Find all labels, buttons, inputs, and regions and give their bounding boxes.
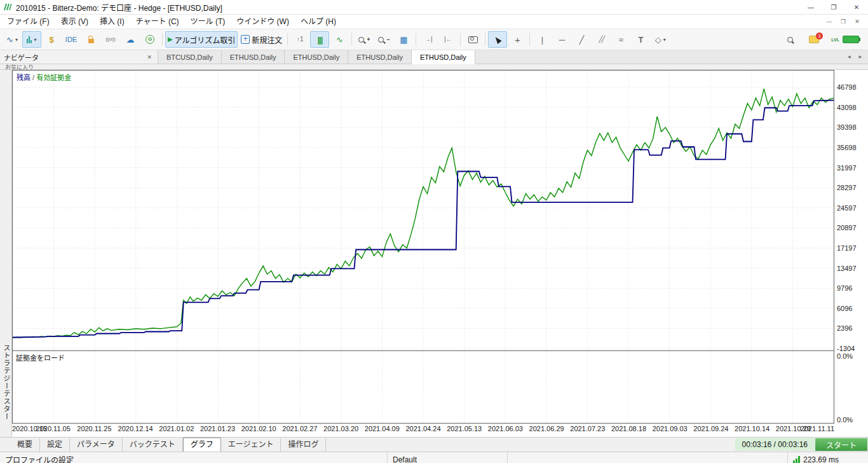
navigator-close-icon[interactable]: ✕ <box>145 54 154 60</box>
cloud-button[interactable]: ☁ <box>121 31 140 48</box>
auto-scroll-button[interactable]: →| <box>419 31 438 48</box>
chart-tab[interactable]: BTCUSD,Daily <box>158 50 222 64</box>
waves-icon: ≈ <box>619 36 623 44</box>
tab-scroll-left-icon[interactable]: ◄ <box>846 54 851 60</box>
y-axis-label: 20897 <box>837 224 857 232</box>
main-plot-svg <box>13 71 834 350</box>
chart-tab[interactable]: ETHUSD,Daily <box>222 50 285 64</box>
search-button[interactable] <box>780 31 799 48</box>
candlestick-icon <box>27 36 32 43</box>
new-order-button[interactable]: + 新規注文 <box>238 31 285 48</box>
menu-item[interactable]: 表示 (V) <box>55 15 94 29</box>
menu-item[interactable]: チャート (C) <box>130 15 185 29</box>
tester-tab-bar: 概要設定パラメータバックテストグラフエージェント操作ログ 00:03:16 / … <box>0 437 868 452</box>
grid-button[interactable]: ▦ <box>394 31 413 48</box>
tester-tab[interactable]: 設定 <box>40 438 70 452</box>
horizontal-line-button[interactable]: ─ <box>552 31 571 48</box>
strategy-tester-side-tab[interactable]: ストラテジーテスター <box>1 344 11 420</box>
plus-icon: + <box>241 35 250 44</box>
line-mode-button[interactable]: ∿ <box>330 31 349 48</box>
navigator-subtab[interactable]: お気に入り <box>5 64 34 70</box>
chart-profile-button[interactable]: ▾ <box>22 31 41 48</box>
ide-button[interactable]: IDE <box>62 31 81 48</box>
channel-button[interactable]: ╱╱ <box>592 31 611 48</box>
chart-tab[interactable]: ETHUSD,Daily <box>412 50 475 64</box>
y-axis-label: 31997 <box>837 164 857 172</box>
waves-button[interactable]: ≈ <box>611 31 630 48</box>
left-dock-strip: ストラテジーテスター <box>0 70 12 437</box>
new-chart-button[interactable]: ∿ ▾ <box>3 31 22 48</box>
cursor-button[interactable] <box>488 31 507 48</box>
text-tool-button[interactable]: T <box>631 31 650 48</box>
caret-down-icon: ▾ <box>34 37 36 43</box>
play-icon: ▶ <box>168 36 173 43</box>
status-profile[interactable]: Default <box>387 452 507 463</box>
zoom-out-icon <box>378 37 384 43</box>
status-left[interactable]: プロファイルの設定 <box>0 454 387 463</box>
lock-button[interactable] <box>81 31 100 48</box>
tester-tab[interactable]: 概要 <box>10 438 40 452</box>
x-axis-label: 2021.02.10 <box>241 425 276 432</box>
lock-icon <box>88 39 94 43</box>
shapes-button[interactable]: ◇ ▾ <box>651 31 670 48</box>
menu-bar: ファイル (F)表示 (V)挿入 (I)チャート (C)ツール (T)ウインドウ… <box>0 15 868 29</box>
screenshot-button[interactable] <box>463 31 482 48</box>
zoom-in-button[interactable]: + <box>355 31 374 48</box>
community-button[interactable]: G <box>140 31 159 48</box>
chart-shift-button[interactable]: |← <box>438 31 458 48</box>
close-button[interactable]: ✕ <box>845 0 868 14</box>
x-axis-label: 2021.01.23 <box>200 425 235 432</box>
y-axis-label: 28297 <box>837 184 857 191</box>
margin-load-plot[interactable]: 証拠金をロード <box>12 351 834 424</box>
x-axis-label: 2021.01.02 <box>159 425 194 432</box>
crosshair-button[interactable]: + <box>508 31 527 48</box>
connection-battery-button[interactable]: LVL <box>829 31 862 48</box>
symbols-button[interactable]: $ <box>42 31 61 48</box>
navigator-header[interactable]: ナビゲータ ✕ <box>0 50 158 64</box>
tester-tab[interactable]: グラフ <box>183 438 221 452</box>
x-axis-label: 2021.03.20 <box>323 425 358 432</box>
tester-tab[interactable]: 操作ログ <box>281 438 326 452</box>
menu-item[interactable]: ウインドウ (W) <box>231 15 295 29</box>
menu-item[interactable]: ヘルプ (H) <box>295 15 342 29</box>
menu-item[interactable]: 挿入 (I) <box>94 15 130 29</box>
signal-bars-icon <box>793 456 800 463</box>
x-axis-label: 2020.11.05 <box>36 425 71 432</box>
algo-trading-button[interactable]: ▶ アルゴリズム取引 <box>165 31 238 48</box>
new-order-label: 新規注文 <box>252 34 282 45</box>
main-plot[interactable]: 残高 / 有効証拠金 <box>12 70 834 351</box>
chart-tab[interactable]: ETHUSD,Daily <box>285 50 348 64</box>
status-connection[interactable]: 223.69 ms <box>787 452 868 463</box>
menu-item[interactable]: ツール (T) <box>185 15 231 29</box>
zoom-out-button[interactable]: − <box>374 31 393 48</box>
status-spacer <box>507 452 787 463</box>
sub-axis-bottom-label: 0.0% <box>837 416 853 424</box>
caret-down-icon: ▾ <box>15 37 18 43</box>
tester-tab[interactable]: パラメータ <box>70 438 123 452</box>
tester-graph-panel: 残高 / 有効証拠金 証拠金をロード 2020.10.152020.11.052… <box>12 70 834 437</box>
zoom-minus-sign: − <box>386 36 390 43</box>
start-button[interactable]: スタート <box>815 438 867 451</box>
tester-tab[interactable]: バックテスト <box>123 438 183 452</box>
toolbar-separator <box>287 33 288 46</box>
app-logo-icon <box>3 3 12 11</box>
channel-icon: ╱╱ <box>599 36 604 43</box>
chart-forward-button[interactable]: ↑1 <box>290 31 309 48</box>
notifications-button[interactable]: 1 <box>804 31 824 48</box>
bars-mode-button[interactable]: ||| <box>310 31 329 48</box>
margin-load-label: 証拠金をロード <box>16 352 65 363</box>
broadcast-button[interactable]: ((o)) <box>101 31 120 48</box>
child-restore-button[interactable]: ❐ <box>836 16 850 27</box>
sub-axis-top-label: 0.0% <box>837 352 853 360</box>
menu-item[interactable]: ファイル (F) <box>1 15 55 29</box>
child-close-button[interactable]: ✕ <box>850 16 864 27</box>
minimize-button[interactable]: — <box>799 0 822 14</box>
tester-tab[interactable]: エージェント <box>221 438 281 452</box>
tab-scroll-right-icon[interactable]: ► <box>858 54 863 60</box>
chart-tab[interactable]: ETHUSD,Daily <box>348 50 412 64</box>
trendline-button[interactable]: ╱ <box>572 31 591 48</box>
status-latency: 223.69 ms <box>803 455 839 463</box>
vertical-line-button[interactable]: | <box>532 31 552 48</box>
maximize-button[interactable]: ❐ <box>822 0 845 14</box>
child-minimize-button[interactable]: — <box>822 16 836 27</box>
